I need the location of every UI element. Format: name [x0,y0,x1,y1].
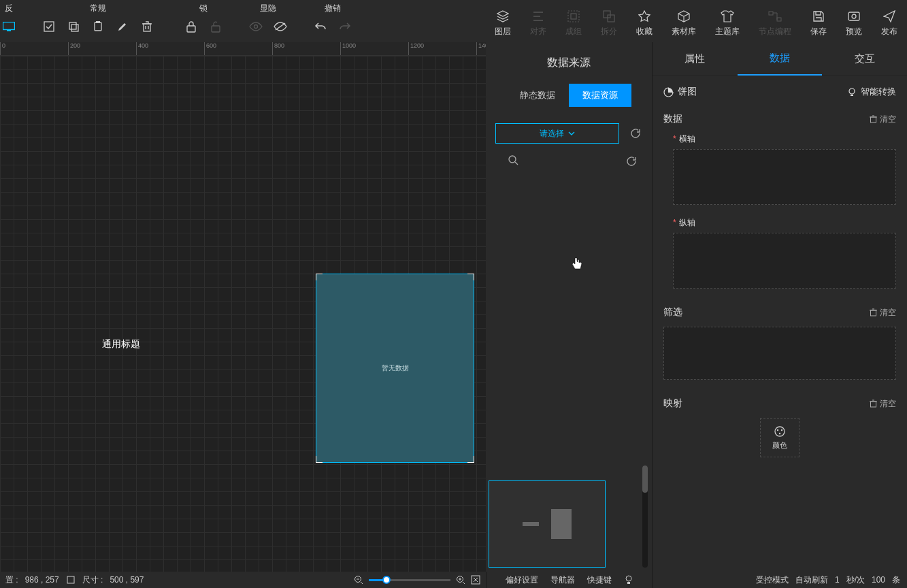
toolbar-group-visibility: 显隐 [234,0,302,42]
selected-widget[interactable]: 暂无数据 [316,274,474,463]
scrollbar-thumb[interactable] [642,466,648,493]
clear-data-button[interactable]: 清空 [870,114,896,125]
canvas-title-widget[interactable]: 通用标题 [102,338,140,350]
cursor-icon [571,257,583,270]
color-label: 颜色 [772,440,787,451]
refresh-icon[interactable] [629,127,642,140]
select-all-icon[interactable] [42,20,56,33]
pie-icon [663,87,674,97]
tab-static-data[interactable]: 静态数据 [506,84,569,107]
yaxis-label: *纵轴 [673,217,896,229]
minimap[interactable] [489,480,606,568]
mapping-section: 映射 清空 颜色 [653,392,907,464]
fit-icon[interactable] [471,575,480,585]
undo-icon[interactable] [314,20,327,33]
xaxis-dropzone[interactable] [673,149,896,205]
svg-point-32 [626,576,631,581]
svg-rect-2 [44,22,54,31]
resize-handle-br[interactable] [467,456,474,463]
prefs-button[interactable]: 偏好设置 [506,574,538,586]
bulb-icon[interactable] [624,575,633,585]
unlock-icon[interactable] [209,20,222,33]
slider-thumb[interactable] [382,576,391,584]
clear-mapping-button[interactable]: 清空 [870,398,896,410]
preview-button[interactable]: 预览 [836,0,872,42]
clear-filter-button[interactable]: 清空 [870,307,896,318]
ruler-tick: 600 [204,42,216,55]
refresh-icon-2[interactable] [625,154,638,168]
delete-icon[interactable] [140,20,154,33]
auto-refresh-value: 1 [835,575,840,585]
paste-icon[interactable] [91,20,105,33]
yaxis-dropzone[interactable] [673,233,896,289]
svg-point-18 [852,14,856,18]
svg-rect-28 [67,576,74,583]
ruler-tick: 1000 [340,42,356,55]
minimap-item [551,509,572,539]
trash-icon [870,115,877,123]
trash-icon [870,308,877,316]
svg-rect-15 [769,12,773,15]
redo-icon[interactable] [338,20,352,33]
node-editor-button[interactable]: 节点编程 [749,0,801,42]
brush-icon[interactable] [116,20,129,33]
data-resource-select[interactable]: 请选择 [495,123,619,144]
scrollbar[interactable] [642,466,648,568]
zoom-slider[interactable] [369,579,450,581]
svg-rect-14 [608,15,614,22]
filter-dropzone[interactable] [663,327,896,380]
status-bar-mid: 偏好设置 导航器 快捷键 [486,572,652,588]
ungroup-button[interactable]: 拆分 [591,0,627,42]
color-mapping-button[interactable]: 颜色 [760,418,799,457]
search-icon[interactable] [508,154,521,168]
zoom-in-icon[interactable] [456,575,465,585]
chart-type-label: 饼图 [663,86,697,98]
resize-handle-bl[interactable] [316,456,323,463]
auto-refresh-label[interactable]: 自动刷新 [795,574,828,586]
lock-icon[interactable] [184,20,198,33]
ruler-horizontal: 0200400600800100012001400 [0,42,486,56]
layers-button[interactable]: 图层 [485,0,521,42]
node-editor-label: 节点编程 [759,26,791,37]
filter-section: 筛选 清空 [653,301,907,392]
chevron-down-icon [568,130,575,137]
tab-data[interactable]: 数据 [738,42,823,76]
data-source-tabs: 静态数据 数据资源 [486,84,652,107]
smart-convert-button[interactable]: 智能转换 [847,86,896,98]
size-value: 500 , 597 [110,575,144,585]
assets-button[interactable]: 素材库 [662,0,706,42]
svg-rect-6 [96,21,100,23]
shortcut-button[interactable]: 快捷键 [587,574,612,586]
bulb-icon [847,87,857,97]
tab-data-resource[interactable]: 数据资源 [569,84,631,107]
data-section: 数据 清空 *横轴 *纵轴 [653,108,907,301]
favorite-button[interactable]: 收藏 [627,0,662,42]
resize-handle-tr[interactable] [467,274,474,280]
themes-button[interactable]: 主题库 [706,0,749,42]
publish-button[interactable]: 发布 [872,0,907,42]
tab-attributes[interactable]: 属性 [653,42,738,76]
ruler-tick: 0 [0,42,5,55]
align-button[interactable]: 对齐 [521,0,556,42]
clear-label: 清空 [880,307,896,318]
chart-type-row: 饼图 智能转换 [653,76,907,108]
ruler-tick: 1200 [408,42,424,55]
svg-rect-22 [871,310,876,316]
themes-label: 主题库 [715,26,740,37]
zoom-out-icon[interactable] [354,575,363,585]
save-button[interactable]: 保存 [801,0,836,42]
resize-handle-tl[interactable] [316,274,323,280]
group-button[interactable]: 成组 [556,0,591,42]
controlled-mode-label[interactable]: 受控模式 [756,574,789,586]
navigator-button[interactable]: 导航器 [550,574,575,586]
show-icon[interactable] [249,20,263,33]
tab-interact[interactable]: 交互 [822,42,907,76]
canvas-grid[interactable]: 通用标题 暂无数据 [0,56,486,572]
svg-rect-4 [71,24,78,31]
copy-icon[interactable] [67,20,80,33]
board-icon[interactable] [2,20,16,33]
hide-icon[interactable] [274,20,287,33]
align-icon [531,10,545,23]
count-unit: 条 [892,574,900,586]
ruler-tick: 200 [68,42,80,55]
